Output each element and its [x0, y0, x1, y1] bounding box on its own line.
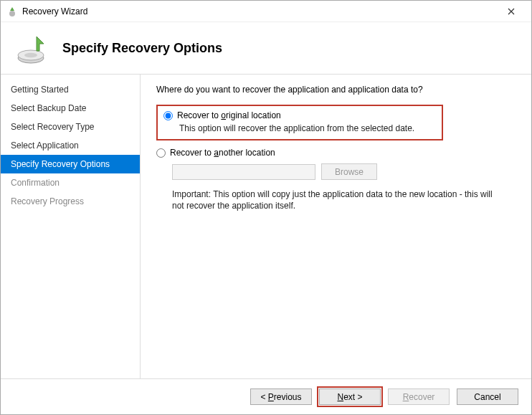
app-icon: [6, 6, 18, 17]
step-select-recovery-type[interactable]: Select Recovery Type: [1, 118, 140, 136]
wizard-footer: < Previous Next > Recover Cancel: [1, 378, 531, 414]
previous-button[interactable]: < Previous: [250, 388, 312, 405]
radio-another-location-row[interactable]: Recover to another location: [156, 148, 520, 158]
svg-point-3: [24, 53, 37, 58]
step-recovery-progress: Recovery Progress: [1, 192, 140, 211]
step-specify-recovery-options[interactable]: Specify Recovery Options: [1, 155, 140, 173]
cancel-button[interactable]: Cancel: [457, 388, 518, 405]
step-getting-started[interactable]: Getting Started: [1, 80, 140, 99]
content-prompt: Where do you want to recover the applica…: [156, 85, 520, 95]
radio-another-location[interactable]: [156, 148, 166, 158]
wizard-steps-sidebar: Getting Started Select Backup Date Selec…: [1, 75, 141, 378]
browse-button: Browse: [321, 163, 377, 180]
option-original-location: Recover to original location This option…: [156, 105, 443, 140]
step-select-application[interactable]: Select Application: [1, 136, 140, 155]
option-another-location: Recover to another location Browse Impor…: [156, 148, 520, 211]
recovery-wizard-window: Recovery Wizard Specify Recovery Options…: [0, 0, 532, 415]
another-location-path-input: [172, 164, 315, 180]
step-confirmation: Confirmation: [1, 173, 140, 192]
svg-point-0: [9, 11, 15, 16]
recovery-icon: [15, 31, 49, 65]
wizard-header: Specify Recovery Options: [1, 22, 531, 75]
another-location-important-note: Important: This option will copy just th…: [172, 189, 502, 211]
another-location-controls: Browse: [172, 163, 520, 180]
page-title: Specify Recovery Options: [62, 41, 222, 56]
option-original-desc: This option will recover the application…: [179, 123, 436, 133]
wizard-content: Where do you want to recover the applica…: [141, 75, 531, 378]
step-select-backup-date[interactable]: Select Backup Date: [1, 99, 140, 118]
radio-original-label: Recover to original location: [177, 110, 281, 120]
recover-button: Recover: [388, 388, 450, 405]
radio-original-location[interactable]: [163, 111, 173, 120]
wizard-body: Getting Started Select Backup Date Selec…: [1, 75, 531, 378]
radio-original-location-row[interactable]: Recover to original location: [163, 110, 436, 120]
titlebar: Recovery Wizard: [1, 1, 531, 22]
next-button[interactable]: Next >: [319, 388, 381, 405]
window-title: Recovery Wizard: [22, 6, 497, 16]
radio-another-label: Recover to another location: [170, 148, 275, 158]
close-button[interactable]: [497, 1, 526, 22]
